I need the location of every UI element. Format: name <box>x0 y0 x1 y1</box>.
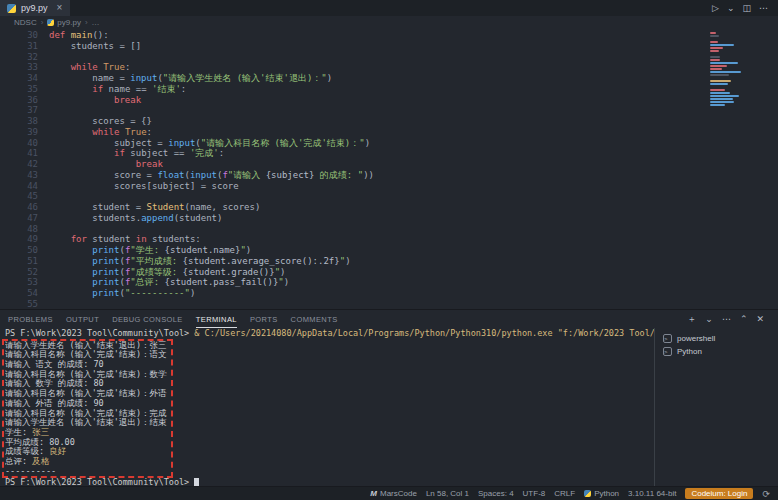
terminal-output-line: 请输入 数学 的成绩: 80 <box>5 379 167 389</box>
code-line: scores[subject] = score <box>49 181 778 192</box>
panel-tabs: PROBLEMSOUTPUTDEBUG CONSOLETERMINALPORTS… <box>8 310 351 328</box>
minimap-line <box>710 56 720 58</box>
terminal-output-line: 请输入 外语 的成绩: 90 <box>5 399 167 409</box>
line-number: 49 <box>0 234 38 245</box>
terminal-output-line: 请输入学生姓名 (输入'结束'退出)：张三 <box>5 341 167 351</box>
run-button[interactable]: ▷ <box>712 4 719 13</box>
panel-more-actions-button[interactable]: ⋯ <box>722 315 731 324</box>
terminal-prompt[interactable]: PS F:\Work\2023 Tool\Community\Tool> <box>5 478 654 486</box>
minimap[interactable] <box>710 32 766 110</box>
minimap-line <box>710 101 734 103</box>
line-number: 45 <box>0 191 38 202</box>
minimap-line <box>710 74 729 76</box>
close-panel-button[interactable]: ✕ <box>756 315 764 324</box>
minimap-line <box>710 65 727 67</box>
code-line: name = input("请输入学生姓名 (输入'结束'退出)：") <box>49 73 778 84</box>
marscode-item[interactable]: MMarsCode <box>370 489 417 498</box>
code-line: students.append(student) <box>49 213 778 224</box>
breadcrumb-item-py9-py[interactable]: py9.py <box>47 18 81 27</box>
panel-body: PS F:\Work\2023 Tool\Community\Tool> & C… <box>0 328 778 486</box>
panel-tab-output[interactable]: OUTPUT <box>66 310 99 328</box>
terminal-list-item-powershell[interactable]: >_powershell <box>663 332 778 345</box>
panel-tab-ports[interactable]: PORTS <box>250 310 278 328</box>
terminal-output-line: 请输入学生姓名 (输入'结束'退出)：结束 <box>5 418 167 428</box>
codeium-login-button[interactable]: Codeium: Login <box>685 488 753 499</box>
panel-header: PROBLEMSOUTPUTDEBUG CONSOLETERMINALPORTS… <box>0 310 778 328</box>
code-line: if name == '结束': <box>49 84 778 95</box>
line-number: 31 <box>0 41 38 52</box>
breadcrumb-item--[interactable]: … <box>92 18 100 27</box>
line-number: 38 <box>0 116 38 127</box>
code-line: def main(): <box>49 30 778 41</box>
indentation[interactable]: Spaces: 4 <box>478 489 514 498</box>
line-number: 41 <box>0 148 38 159</box>
line-number: 52 <box>0 267 38 278</box>
terminal-output[interactable]: PS F:\Work\2023 Tool\Community\Tool> & C… <box>0 328 654 486</box>
line-number: 33 <box>0 62 38 73</box>
code-line: print(f"成绩等级: {student.grade()}") <box>49 267 778 278</box>
tab-title: py9.py <box>21 3 48 13</box>
terminal-output-line: 平均成绩: 80.00 <box>5 438 167 448</box>
terminal-output-line: 请输入科目名称 (输入'完成'结束)：语文 <box>5 350 167 360</box>
code-line: subject = input("请输入科目名称 (输入'完成'结束)：") <box>49 138 778 149</box>
sync-icon[interactable]: ⟳ <box>762 489 770 499</box>
panel-tab-terminal[interactable]: TERMINAL <box>196 310 237 328</box>
eol-sequence[interactable]: CRLF <box>554 489 575 498</box>
editor-more-actions-button[interactable]: ⋯ <box>759 4 768 13</box>
encoding[interactable]: UTF-8 <box>523 489 546 498</box>
minimap-line <box>710 41 718 43</box>
maximize-panel-button[interactable]: ⌃ <box>740 315 748 324</box>
tab-bar: py9.py × ▷⌄◫⋯ <box>0 0 778 16</box>
split-editor-button[interactable]: ◫ <box>742 4 751 13</box>
minimap-line <box>710 68 722 70</box>
python-interpreter[interactable]: 3.10.11 64-bit <box>628 489 676 498</box>
vscode-window: py9.py × ▷⌄◫⋯ NDSC›py9.py›… 303132333435… <box>0 0 778 500</box>
code-line: students = [] <box>49 41 778 52</box>
language-mode[interactable]: Python <box>584 489 619 498</box>
code-editor[interactable]: 3031323334353637383940414243444546474849… <box>0 28 778 309</box>
minimap-line <box>710 71 741 73</box>
panel-tab-comments[interactable]: COMMENTS <box>291 310 338 328</box>
minimap-line <box>710 32 716 34</box>
breadcrumb-separator: › <box>85 18 88 27</box>
status-bar: MMarsCodeLn 58, Col 1Spaces: 4UTF-8CRLFP… <box>0 486 778 500</box>
breadcrumb-item-ndsc[interactable]: NDSC <box>14 18 37 27</box>
code-line: while True: <box>49 127 778 138</box>
line-number-gutter: 3031323334353637383940414243444546474849… <box>0 30 38 309</box>
line-number: 40 <box>0 138 38 149</box>
line-number: 32 <box>0 52 38 63</box>
line-number: 46 <box>0 202 38 213</box>
new-terminal-button[interactable]: ＋ <box>687 315 696 324</box>
cursor-position[interactable]: Ln 58, Col 1 <box>426 489 469 498</box>
code-line <box>49 191 778 202</box>
line-number: 43 <box>0 170 38 181</box>
run-dropdown-icon[interactable]: ⌄ <box>727 4 735 13</box>
panel-tab-problems[interactable]: PROBLEMS <box>8 310 53 328</box>
bottom-panel: PROBLEMSOUTPUTDEBUG CONSOLETERMINALPORTS… <box>0 309 778 486</box>
panel-tab-debug-console[interactable]: DEBUG CONSOLE <box>112 310 183 328</box>
line-number: 35 <box>0 84 38 95</box>
terminal-icon: >_ <box>663 334 672 343</box>
code-line: print("----------") <box>49 288 778 299</box>
code-line <box>49 105 778 116</box>
terminal-output-line: 请输入科目名称 (输入'完成'结束)：完成 <box>5 409 167 419</box>
code-line <box>49 224 778 235</box>
line-number: 51 <box>0 256 38 267</box>
annotation-box: 请输入学生姓名 (输入'结束'退出)：张三请输入科目名称 (输入'完成'结束)：… <box>2 339 173 479</box>
panel-actions: ＋⌄⋯⌃✕ <box>687 310 764 328</box>
terminal-profile-dropdown-icon[interactable]: ⌄ <box>705 315 713 324</box>
code-line: break <box>49 95 778 106</box>
code-line <box>49 299 778 309</box>
terminal-icon: >_ <box>663 347 672 356</box>
tab-py9[interactable]: py9.py × <box>0 0 70 16</box>
breadcrumb: NDSC›py9.py›… <box>0 16 778 28</box>
code-line: print(f"总评: {student.pass_fail()}") <box>49 277 778 288</box>
tab-close-icon[interactable]: × <box>57 3 63 13</box>
minimap-line <box>710 95 739 97</box>
python-icon <box>47 19 54 26</box>
marscode-icon: M <box>370 489 377 498</box>
code-content[interactable]: def main(): students = [] while True: na… <box>49 30 778 309</box>
code-line: while True: <box>49 62 778 73</box>
terminal-list-item-python[interactable]: >_Python <box>663 345 778 358</box>
terminal-cursor <box>194 478 199 486</box>
